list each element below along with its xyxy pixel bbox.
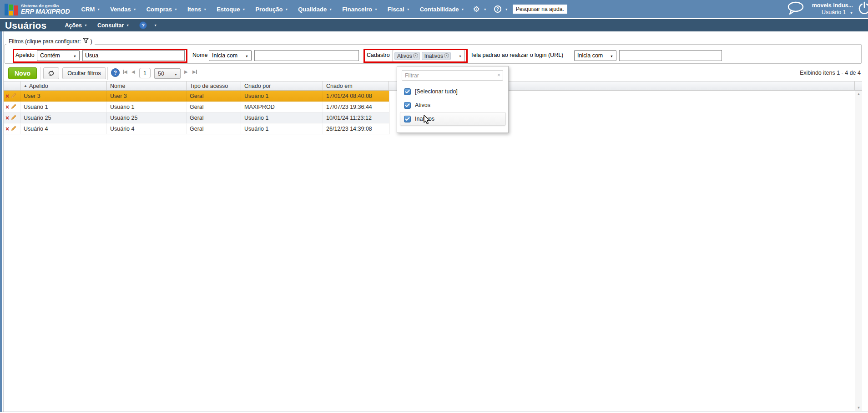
chevron-down-icon[interactable]: ▼ — [505, 8, 508, 11]
chevron-down-icon[interactable]: ▼ — [484, 8, 487, 11]
topbar-menu-item[interactable]: CRM ▼ — [76, 0, 106, 18]
cell-nome: Usuário 25 — [107, 112, 187, 123]
titlebar-menus: Ações ▼ Consultar ▼ — [65, 22, 139, 29]
nome-filter-input[interactable] — [254, 50, 359, 61]
previous-page-button[interactable]: ◀ — [131, 69, 135, 74]
titlebar-menu-item[interactable]: Ações ▼ — [65, 22, 87, 29]
column-header-apelido[interactable]: ▲ Apelido — [20, 82, 107, 90]
app-root: Sistema de gestão ERP MAXIPROD CRM ▼ Ven… — [0, 0, 868, 413]
page-number-input[interactable] — [139, 68, 151, 78]
dropdown-option[interactable]: Inativos — [400, 112, 506, 126]
cell-tipo-de-acesso: Geral — [187, 91, 241, 101]
column-header-tipo-de-acesso[interactable]: Tipo de acesso — [187, 82, 241, 90]
cell-criado-em: 26/12/23 14:39:08 — [323, 123, 389, 134]
help-icon[interactable]: ? — [111, 68, 120, 77]
topbar-menu-item[interactable]: Qualidade ▼ — [293, 0, 337, 18]
row-actions: × — [4, 123, 20, 134]
topbar-menu-item[interactable]: Contabilidade ▼ — [415, 0, 469, 18]
scroll-up-icon[interactable]: ▲ — [855, 92, 862, 96]
left-accent-strip — [0, 31, 2, 412]
apelido-filter-input[interactable] — [82, 50, 185, 61]
chevron-down-icon[interactable]: ▼ — [154, 24, 157, 27]
gear-icon[interactable]: ⚙ — [473, 5, 480, 14]
edit-row-icon[interactable] — [11, 103, 17, 111]
topbar-menu-item[interactable]: Estoque ▼ — [212, 0, 250, 18]
actions-column-header — [4, 82, 20, 90]
clear-filter-icon[interactable]: × — [497, 72, 500, 78]
remove-tag-icon[interactable]: × — [413, 53, 418, 58]
chevron-down-icon[interactable]: ▼ — [459, 55, 462, 58]
topbar-menu-item[interactable]: Itens ▼ — [182, 0, 212, 18]
cell-tipo-de-acesso: Geral — [187, 102, 241, 112]
cell-criado-por: MAXIPROD — [241, 102, 323, 112]
table-row[interactable]: × Usuário 1 Usuário 1 Geral MAXIPROD 17/… — [4, 102, 389, 112]
delete-row-icon[interactable]: × — [5, 104, 9, 110]
app-logo[interactable]: Sistema de gestão ERP MAXIPROD — [5, 3, 70, 15]
edit-row-icon[interactable] — [11, 92, 17, 100]
cell-apelido: Usuário 4 — [20, 123, 107, 134]
help-icon[interactable]: ? — [139, 21, 147, 29]
topbar-menu-item[interactable]: Financeiro ▼ — [337, 0, 383, 18]
dropdown-option[interactable]: [Selecionar tudo] — [400, 85, 506, 98]
cell-tipo-de-acesso: Geral — [187, 123, 241, 134]
chevron-down-icon: ▼ — [174, 73, 177, 76]
topbar-menu-item[interactable]: Fiscal ▼ — [383, 0, 415, 18]
power-icon[interactable] — [858, 1, 868, 17]
scroll-down-icon[interactable]: ▼ — [855, 406, 862, 410]
dropdown-filter-wrap: × — [402, 70, 503, 81]
titlebar-menu-item[interactable]: Consultar ▼ — [97, 22, 129, 29]
page-size-select[interactable]: 50 ▼ — [154, 68, 181, 79]
tela-filter-input[interactable] — [619, 50, 722, 61]
chevron-down-icon: ▼ — [174, 8, 177, 11]
row-actions: × — [4, 112, 20, 123]
topbar-menus: CRM ▼ Vendas ▼ Compras ▼ Itens ▼ — [76, 0, 469, 18]
last-page-button[interactable]: ▶ — [192, 69, 197, 74]
edit-row-icon[interactable] — [11, 114, 17, 122]
tag-inativos[interactable]: Inativos × — [422, 52, 451, 60]
row-actions: × — [4, 91, 20, 101]
tela-operator-select[interactable]: Inicia com ▼ — [574, 50, 616, 61]
topbar-menu-item[interactable]: Vendas ▼ — [105, 0, 141, 18]
apelido-operator-select[interactable]: Contém ▼ — [37, 50, 80, 61]
refresh-icon — [48, 70, 55, 76]
page-title-bar: Usuários Ações ▼ Consultar ▼ ? ▼ — [0, 18, 868, 31]
dropdown-option[interactable]: Ativos — [400, 98, 506, 112]
cadastro-multiselect[interactable]: Ativos × Inativos × ▼ — [393, 50, 464, 62]
column-header-criado-por[interactable]: Criado por — [241, 82, 323, 90]
checkbox-checked-icon[interactable] — [404, 88, 411, 95]
nome-operator-select[interactable]: Inicia com ▼ — [209, 50, 252, 61]
chat-bubble-icon[interactable] — [787, 1, 805, 17]
table-row[interactable]: × User 3 User 3 Geral Usuário 1 17/01/24… — [4, 91, 389, 102]
new-button[interactable]: Novo — [8, 67, 37, 79]
refresh-button[interactable] — [43, 67, 59, 79]
chevron-down-icon: ▼ — [242, 8, 246, 11]
delete-row-icon[interactable]: × — [5, 93, 9, 99]
dropdown-filter-input[interactable] — [402, 70, 503, 81]
table-body: × User 3 User 3 Geral Usuário 1 17/01/24… — [4, 91, 389, 134]
hide-filters-button[interactable]: Ocultar filtros — [62, 67, 106, 79]
chevron-down-icon: ▼ — [850, 11, 853, 15]
help-icon[interactable]: ? — [494, 5, 501, 13]
vertical-scrollbar[interactable]: ▲ ▼ — [855, 91, 862, 411]
tag-ativos[interactable]: Ativos × — [394, 52, 420, 60]
chevron-down-icon: ▼ — [97, 8, 100, 11]
company-link[interactable]: moveis indus... — [812, 2, 853, 9]
table-row[interactable]: × Usuário 25 Usuário 25 Geral Usuário 1 … — [4, 112, 389, 123]
topbar-menu-item[interactable]: Compras ▼ — [141, 0, 182, 18]
column-header-nome[interactable]: Nome — [107, 82, 187, 90]
user-menu[interactable]: Usuário 1 ▼ — [812, 9, 853, 16]
delete-row-icon[interactable]: × — [5, 126, 9, 132]
checkbox-checked-icon[interactable] — [404, 116, 411, 122]
checkbox-checked-icon[interactable] — [404, 102, 411, 109]
tela-filter-label: Tela padrão ao realizar o login (URL) — [470, 52, 563, 58]
first-page-button[interactable]: ◀ — [123, 69, 127, 74]
filters-legend[interactable]: Filtros (clique para configurar: ) — [6, 38, 95, 45]
delete-row-icon[interactable]: × — [5, 115, 9, 121]
topbar-menu-item[interactable]: Produção ▼ — [250, 0, 293, 18]
next-page-button[interactable]: ▶ — [184, 69, 188, 74]
table-row[interactable]: × Usuário 4 Usuário 4 Geral Usuário 1 26… — [4, 123, 389, 134]
remove-tag-icon[interactable]: × — [444, 53, 449, 58]
column-header-criado-em[interactable]: Criado em — [323, 82, 389, 90]
edit-row-icon[interactable] — [11, 125, 17, 133]
help-search-input[interactable] — [513, 5, 567, 14]
